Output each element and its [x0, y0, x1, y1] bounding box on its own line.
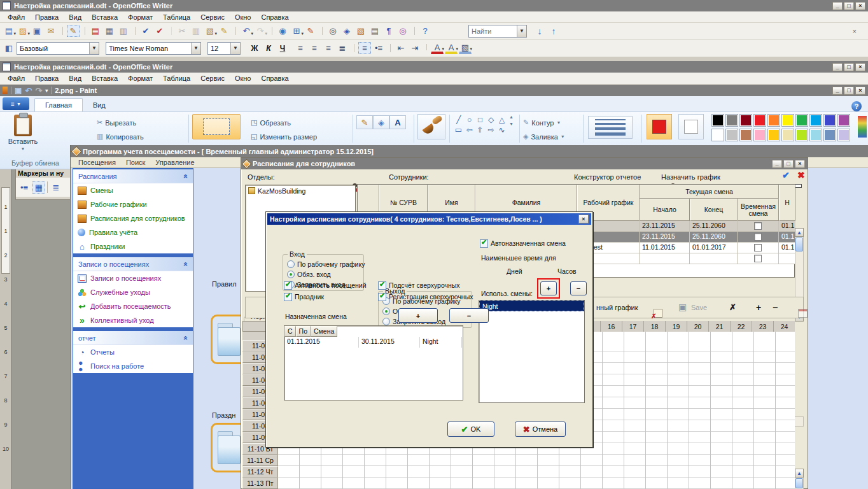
temp-shift-checkbox[interactable]: [754, 255, 762, 262]
menu-item[interactable]: Сервис: [195, 12, 230, 22]
col-group-current-shift[interactable]: Текущая смена: [640, 185, 779, 199]
auto-shift-checkbox[interactable]: [480, 239, 488, 248]
styles-window-icon[interactable]: ◧: [3, 42, 15, 54]
schedules-titlebar[interactable]: Расписания для сотрудников _ □ ×: [241, 158, 808, 169]
quick-undo-icon[interactable]: ↶: [25, 86, 32, 96]
sidebar-item[interactable]: Коллективный уход: [73, 313, 193, 327]
select-tool-button[interactable]: [192, 114, 241, 139]
palette-color[interactable]: [837, 129, 850, 141]
print-button[interactable]: ▦: [103, 25, 116, 37]
palette-color[interactable]: [795, 129, 808, 141]
assign-schedule-label[interactable]: Назначить график: [661, 173, 720, 181]
assigned-col-header[interactable]: По: [296, 326, 311, 337]
assigned-col-header[interactable]: Смена: [311, 326, 337, 337]
gallery-button[interactable]: ▧: [354, 25, 367, 37]
used-shift-add-button[interactable]: +: [540, 281, 557, 295]
shape-icon[interactable]: ○: [464, 115, 475, 125]
copy-button[interactable]: ▥ Копировать: [97, 132, 144, 141]
assigned-row[interactable]: 01.11.2015 30.11.2015 Night: [284, 337, 463, 348]
grid-row-header-cell[interactable]: 11-11 Ср: [242, 455, 278, 466]
shape-icon[interactable]: □: [475, 115, 486, 125]
temp-shift-checkbox[interactable]: [754, 233, 762, 241]
numbering-button[interactable]: ≡: [358, 42, 371, 54]
open-button[interactable]: ▨: [17, 25, 29, 37]
checkbox[interactable]: [284, 281, 292, 290]
sidebar-item[interactable]: Добавить посещаемость: [73, 299, 193, 313]
find-input[interactable]: ▼: [468, 25, 527, 38]
minimize-button[interactable]: _: [832, 63, 843, 71]
palette-color[interactable]: [823, 114, 836, 127]
cut-button[interactable]: ✂: [176, 25, 188, 37]
palette-color[interactable]: [711, 129, 724, 141]
remove-minus-icon[interactable]: −: [773, 302, 778, 313]
sidebar-item[interactable]: Праздники: [73, 239, 193, 253]
radio-button[interactable]: [382, 318, 390, 325]
shape-icon[interactable]: ╱: [453, 115, 464, 125]
help-icon[interactable]: ?: [851, 101, 862, 111]
shape-icon[interactable]: ▭: [453, 125, 464, 135]
find-previous-icon[interactable]: ↑: [547, 25, 560, 37]
new-document-button[interactable]: ▤: [3, 25, 15, 37]
fill-button[interactable]: ◈ Заливка ▼: [523, 132, 565, 141]
close-button[interactable]: ×: [855, 87, 865, 95]
menu-item[interactable]: Вид: [64, 12, 87, 22]
close-button[interactable]: ×: [855, 2, 865, 10]
menu-item[interactable]: Правка: [30, 73, 64, 83]
sidebar-item[interactable]: Рабочие графики: [73, 197, 193, 211]
align-right-button[interactable]: ≡: [322, 42, 335, 54]
vertical-ruler[interactable]: 112345678910: [0, 169, 11, 489]
italic-button[interactable]: К: [262, 42, 275, 54]
font-dropdown-icon[interactable]: ▼: [191, 43, 200, 54]
scroll-thumb[interactable]: [795, 478, 803, 488]
background-color-button[interactable]: ▧: [459, 42, 472, 54]
assigned-shifts-table[interactable]: СПоСмена 01.11.2015 30.11.2015 Night: [284, 325, 463, 400]
palette-color[interactable]: [739, 114, 752, 127]
sidebar-item[interactable]: Отчеты: [73, 345, 193, 359]
spellcheck-button[interactable]: ✔: [139, 25, 152, 37]
increase-indent-button[interactable]: ⇥: [409, 42, 421, 54]
menu-item[interactable]: Вставка: [87, 73, 123, 83]
writer2-titlebar[interactable]: Настройка расписаний.odt - OpenOffice Wr…: [0, 61, 868, 73]
used-shift-item[interactable]: Night: [479, 301, 584, 311]
outline-numbering-icon[interactable]: ▦: [32, 181, 45, 194]
find-next-icon[interactable]: ↓: [533, 25, 546, 37]
clear-x-icon[interactable]: ✗: [729, 302, 736, 312]
paint-titlebar[interactable]: ▣ ↶ ↷ ▾ 2.png - Paint _ □ ×: [0, 85, 868, 96]
menu-item[interactable]: Справка: [256, 12, 293, 22]
minimize-button[interactable]: _: [832, 2, 843, 10]
menu-item[interactable]: Поиск: [121, 157, 150, 167]
page-preview-button[interactable]: ▥: [117, 25, 130, 37]
quick-redo-icon[interactable]: ↷: [35, 86, 42, 96]
bullets-panel-title[interactable]: Маркеры и ну: [16, 169, 72, 178]
shapes-scroll-down-icon[interactable]: ▼: [509, 122, 514, 126]
menu-item[interactable]: Сервис: [195, 73, 230, 83]
shape-icon[interactable]: ⇨: [486, 125, 496, 135]
col-start[interactable]: Начало: [640, 199, 690, 221]
cut-button[interactable]: ✂ Вырезать: [97, 118, 136, 127]
assigned-remove-button[interactable]: −: [449, 308, 489, 323]
sidebar-section-report[interactable]: отчет»: [73, 331, 193, 345]
menu-item[interactable]: Справка: [256, 73, 293, 83]
dialog-titlebar[interactable]: Настройки расписания сотрудников( 4 сотр…: [267, 213, 591, 225]
scroll-up-icon[interactable]: ▲: [795, 228, 804, 237]
grid-vscrollbar[interactable]: ▲: [795, 469, 804, 489]
sidebar-item[interactable]: Расписания для сотрудников: [73, 211, 193, 225]
underline-button[interactable]: Ч: [276, 42, 289, 54]
menu-item[interactable]: Вставка: [87, 12, 123, 22]
pencil-tool-icon[interactable]: ✎: [356, 115, 373, 129]
find-dropdown-icon[interactable]: ▼: [517, 25, 526, 37]
bold-button[interactable]: Ж: [248, 42, 261, 54]
quick-save-icon[interactable]: ▣: [15, 86, 22, 95]
close-button[interactable]: ×: [795, 160, 805, 168]
edit-file-button[interactable]: ✎: [67, 25, 80, 37]
palette-color[interactable]: [767, 129, 780, 141]
palette-color[interactable]: [753, 129, 766, 141]
palette-color[interactable]: [809, 114, 822, 127]
undo-button[interactable]: ↶: [240, 25, 253, 37]
size-dropdown-icon[interactable]: ▼: [230, 43, 240, 54]
radio-button[interactable]: [382, 308, 390, 315]
data-sources-button[interactable]: ▤: [368, 25, 381, 37]
grid-row-header-cell[interactable]: 11-13 Пт: [242, 478, 278, 489]
col-temp-shift[interactable]: Временная смена: [738, 199, 779, 221]
radio-button[interactable]: [287, 260, 295, 268]
